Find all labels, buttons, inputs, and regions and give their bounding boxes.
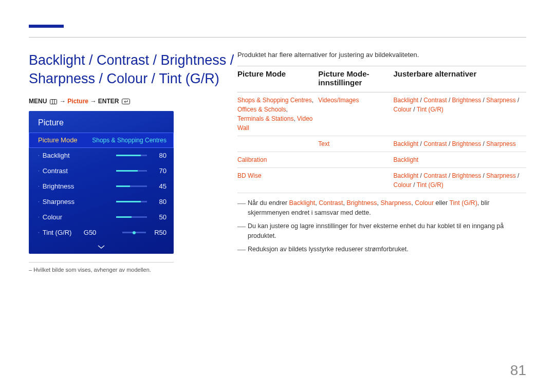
- table-cell-setting: [318, 152, 393, 168]
- table-cell-adjustable: Backlight / Contrast / Brightness / Shar…: [393, 168, 526, 193]
- osd-panel: Picture Picture Mode Shops & Shopping Ce…: [29, 111, 174, 254]
- osd-row-label: Backlight: [43, 152, 99, 159]
- osd-value: 45: [152, 182, 166, 190]
- osd-value: 80: [152, 152, 166, 159]
- note-row: ―Du kan justere og lagre innstillinger f…: [237, 221, 526, 241]
- osd-row-label: Sharpness: [43, 198, 99, 206]
- osd-bar[interactable]: [116, 201, 147, 202]
- menu-path-prefix: MENU: [29, 98, 47, 105]
- table-cell-mode: Shops & Shopping Centres, Offices & Scho…: [237, 92, 318, 136]
- table-cell-setting: Videos/Images: [318, 92, 393, 136]
- table-cell-mode: BD Wise: [237, 168, 318, 193]
- osd-slider[interactable]: 80: [99, 198, 166, 206]
- page-title: Backlight / Contrast / Brightness / Shar…: [29, 51, 234, 88]
- osd-row-label: Contrast: [43, 167, 99, 175]
- osd-value: 80: [152, 198, 166, 206]
- osd-row-colour[interactable]: ·Colour50: [29, 210, 174, 225]
- table-header-1: Picture Mode: [237, 66, 318, 92]
- bullet-icon: ·: [38, 184, 40, 189]
- bullet-icon: ·: [38, 230, 40, 235]
- osd-row-brightness[interactable]: ·Brightness45: [29, 179, 174, 194]
- osd-row-picture-mode[interactable]: Picture Mode Shops & Shopping Centres: [29, 133, 174, 148]
- table-row: BD WiseBacklight / Contrast / Brightness…: [237, 168, 526, 193]
- note-dash-icon: ―: [237, 198, 248, 218]
- osd-value: 70: [152, 167, 166, 175]
- menu-path-mid: Picture: [67, 98, 88, 105]
- bullet-icon: ·: [38, 215, 40, 220]
- note-dash-icon: ―: [237, 245, 248, 254]
- table-cell-adjustable: Backlight: [393, 152, 526, 168]
- osd-tint-handle[interactable]: [133, 231, 136, 234]
- osd-row-tint[interactable]: · Tint (G/R) G50 R50: [29, 225, 174, 240]
- table-cell-setting: Text: [318, 136, 393, 152]
- note-row: ―Reduksjon av bildets lysstyrke redusere…: [237, 245, 526, 254]
- menu-path-suffix: ENTER: [98, 98, 119, 105]
- osd-tint-label: Tint (G/R): [43, 229, 84, 236]
- body-intro: Produktet har flere alternativer for jus…: [237, 51, 526, 59]
- table-row: CalibrationBacklight: [237, 152, 526, 168]
- osd-row-label: Colour: [43, 213, 99, 221]
- osd-value: 50: [152, 213, 166, 221]
- note-text: Reduksjon av bildets lysstyrke reduserer…: [248, 245, 526, 254]
- osd-footnote: – Hvilket bilde som vises, avhenger av m…: [29, 267, 234, 273]
- menu-path: MENU → Picture → ENTER: [29, 98, 234, 105]
- notes-block: ―Når du endrer Backlight, Contrast, Brig…: [237, 198, 526, 254]
- page-number: 81: [510, 362, 526, 379]
- osd-footnote-divider: [29, 262, 174, 263]
- osd-bar[interactable]: [116, 155, 147, 156]
- osd-row-sharpness[interactable]: ·Sharpness80: [29, 194, 174, 210]
- osd-bar[interactable]: [116, 170, 147, 172]
- table-cell-mode: Calibration: [237, 152, 318, 168]
- osd-row-label: Brightness: [43, 182, 99, 190]
- table-row: Shops & Shopping Centres, Offices & Scho…: [237, 92, 526, 136]
- accent-bar: [29, 25, 64, 28]
- osd-slider[interactable]: 70: [99, 167, 166, 175]
- osd-title: Picture: [29, 115, 174, 133]
- table-header-2: Picture Mode-innstillinger: [318, 66, 393, 92]
- note-row: ―Når du endrer Backlight, Contrast, Brig…: [237, 198, 526, 218]
- top-divider: [29, 37, 526, 38]
- menu-icon: [50, 99, 57, 104]
- table-cell-setting: [318, 168, 393, 193]
- osd-row-backlight[interactable]: ·Backlight80: [29, 148, 174, 163]
- note-text: Du kan justere og lagre innstillinger fo…: [248, 221, 526, 241]
- bullet-icon: ·: [38, 199, 40, 204]
- bullet-icon: ·: [38, 169, 40, 174]
- osd-row-contrast[interactable]: ·Contrast70: [29, 163, 174, 179]
- osd-slider[interactable]: 80: [99, 152, 166, 159]
- osd-tint-bar[interactable]: [122, 232, 146, 233]
- svg-rect-0: [50, 99, 57, 104]
- osd-selected-label: Picture Mode: [38, 136, 78, 144]
- osd-slider[interactable]: 45: [99, 182, 166, 190]
- osd-slider[interactable]: 50: [99, 213, 166, 221]
- enter-icon: [122, 99, 130, 104]
- table-cell-adjustable: Backlight / Contrast / Brightness / Shar…: [393, 136, 526, 152]
- osd-tint-right: R50: [151, 229, 166, 236]
- table-cell-mode: [237, 136, 318, 152]
- osd-bar[interactable]: [116, 216, 147, 218]
- bullet-icon: ·: [38, 153, 40, 158]
- note-dash-icon: ―: [237, 221, 248, 241]
- table-cell-adjustable: Backlight / Contrast / Brightness / Shar…: [393, 92, 526, 136]
- chevron-down-icon[interactable]: [29, 240, 174, 251]
- table-header-3: Justerbare alternativer: [393, 66, 526, 92]
- modes-table: Picture Mode Picture Mode-innstillinger …: [237, 66, 526, 193]
- osd-selected-value: Shops & Shopping Centres: [92, 137, 166, 144]
- note-text: Når du endrer Backlight, Contrast, Brigh…: [248, 198, 526, 218]
- table-row: TextBacklight / Contrast / Brightness / …: [237, 136, 526, 152]
- osd-tint-left: G50: [84, 229, 99, 236]
- osd-bar[interactable]: [116, 185, 147, 187]
